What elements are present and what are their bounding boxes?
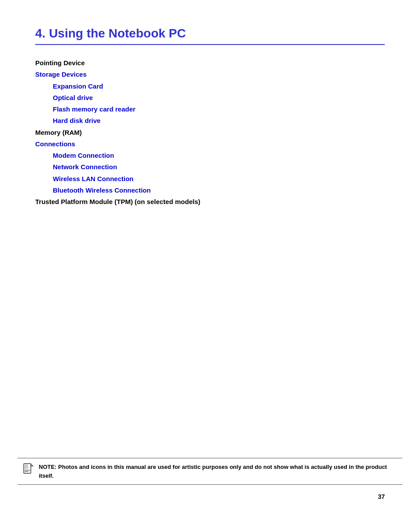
toc-item-wireless-lan[interactable]: Wireless LAN Connection <box>35 173 385 185</box>
toc-item-optical-drive[interactable]: Optical drive <box>35 92 385 104</box>
page-number: 37 <box>378 493 385 500</box>
title-underline <box>35 44 385 45</box>
toc-item-tpm[interactable]: Trusted Platform Module (TPM) (on select… <box>35 196 385 208</box>
page-container: 4. Using the Notebook PC Pointing Device… <box>0 0 420 509</box>
bottom-note-area: NOTE: Photos and icons in this manual ar… <box>18 458 402 485</box>
toc-item-modem-connection[interactable]: Modem Connection <box>35 150 385 161</box>
toc-item-expansion-card[interactable]: Expansion Card <box>35 81 385 92</box>
toc-item-hard-disk[interactable]: Hard disk drive <box>35 115 385 126</box>
toc-item-memory-ram[interactable]: Memory (RAM) <box>35 127 385 138</box>
note-text: NOTE: Photos and icons in this manual ar… <box>39 463 398 480</box>
toc-item-pointing-device[interactable]: Pointing Device <box>35 57 385 69</box>
toc-item-flash-memory[interactable]: Flash memory card reader <box>35 104 385 115</box>
toc-item-network-connection[interactable]: Network Connection <box>35 161 385 173</box>
toc-item-bluetooth[interactable]: Bluetooth Wireless Connection <box>35 185 385 196</box>
chapter-title: 4. Using the Notebook PC <box>35 26 385 41</box>
note-icon <box>22 463 34 477</box>
toc-item-connections[interactable]: Connections <box>35 138 385 150</box>
svg-rect-1 <box>25 464 28 469</box>
toc-list: Pointing Device Storage Devices Expansio… <box>35 57 385 208</box>
toc-item-storage-devices[interactable]: Storage Devices <box>35 69 385 80</box>
